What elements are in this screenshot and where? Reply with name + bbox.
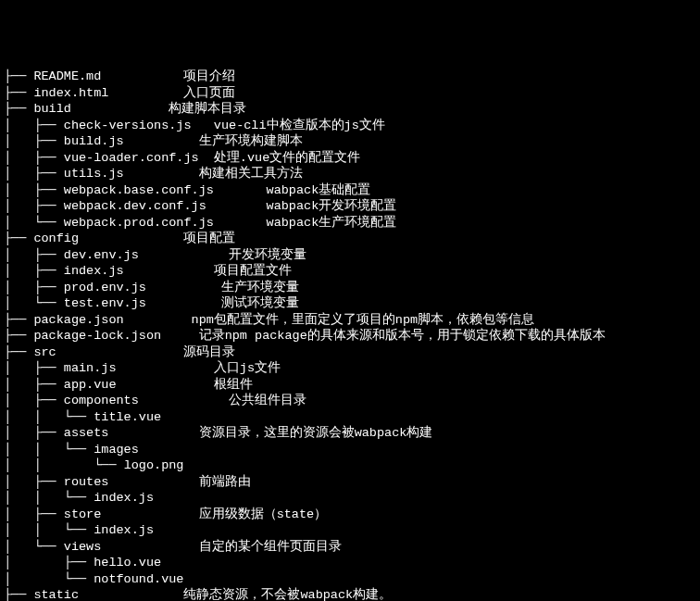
tree-prefix: │ ├── [4, 248, 64, 262]
tree-prefix: │ ├── [4, 199, 64, 213]
tree-filename: src [33, 345, 56, 359]
tree-row: │ ├── index.js 项目配置文件 [4, 263, 696, 280]
tree-prefix: ├── [4, 232, 33, 245]
tree-description: 项目配置文件 [214, 264, 292, 278]
tree-filename: index.js [94, 491, 154, 505]
tree-description: 资源目录，这里的资源会被wabpack构建 [199, 426, 433, 440]
tree-filename: index.js [64, 264, 124, 278]
tree-padding [79, 232, 183, 245]
tree-row: │ └── webpack.prod.conf.js wabpack生产环境配置 [4, 215, 696, 232]
tree-padding [108, 86, 183, 100]
tree-description: 构建脚本目录 [169, 102, 246, 116]
tree-padding [101, 69, 183, 83]
tree-filename: webpack.base.conf.js [64, 183, 214, 197]
tree-row: │ ├── utils.js 构建相关工具方法 [4, 166, 696, 182]
tree-prefix: │ │ └── [4, 410, 94, 424]
tree-padding [117, 361, 214, 375]
tree-padding [139, 394, 229, 407]
tree-padding [71, 102, 169, 116]
tree-padding [124, 167, 199, 181]
tree-row: ├── index.html 入口页面 [4, 85, 696, 102]
tree-prefix: │ ├── [4, 167, 64, 181]
tree-row: │ ├── hello.vue [4, 555, 696, 571]
tree-prefix: │ ├── [4, 475, 64, 489]
tree-filename: test.env.js [64, 296, 146, 310]
tree-row: ├── static 纯静态资源，不会被wabpack构建。 [4, 587, 696, 601]
tree-filename: routes [64, 475, 109, 489]
tree-filename: index.js [94, 523, 154, 537]
tree-row: │ ├── vue-loader.conf.js 处理.vue文件的配置文件 [4, 150, 696, 167]
tree-prefix: │ ├── [4, 507, 64, 521]
tree-filename: store [64, 507, 102, 521]
tree-padding [214, 183, 267, 197]
tree-prefix: │ ├── [4, 183, 64, 197]
tree-padding [192, 119, 214, 132]
tree-prefix: │ │ └── [4, 443, 94, 457]
tree-prefix: │ ├── [4, 394, 64, 407]
tree-padding [101, 507, 198, 521]
tree-prefix: │ ├── [4, 281, 64, 294]
tree-prefix: │ │ └── [4, 458, 124, 472]
tree-description: 入口页面 [183, 86, 235, 100]
tree-row: ├── package.json npm包配置文件，里面定义了项目的npm脚本，… [4, 312, 696, 329]
tree-filename: views [64, 540, 102, 554]
tree-prefix: ├── [4, 69, 33, 83]
tree-filename: utils.js [64, 167, 124, 181]
tree-filename: check-versions.js [64, 119, 192, 132]
tree-padding [108, 475, 198, 489]
tree-padding [146, 296, 221, 310]
tree-description: 入口js文件 [214, 361, 281, 375]
tree-filename: components [64, 394, 139, 407]
tree-row: │ │ └── title.vue [4, 409, 696, 426]
tree-padding [117, 378, 214, 392]
tree-description: 纯静态资源，不会被wabpack构建。 [183, 588, 392, 601]
tree-description: 应用级数据（state） [199, 507, 328, 521]
tree-prefix: │ ├── [4, 151, 64, 165]
tree-prefix: ├── [4, 86, 33, 100]
tree-description: 源码目录 [183, 345, 235, 359]
tree-padding [101, 540, 198, 554]
directory-tree: ├── README.md 项目介绍 ├── index.html 入口页面 ├… [4, 69, 696, 601]
tree-padding [124, 134, 199, 148]
tree-row: │ ├── webpack.dev.conf.js wabpack开发环境配置 [4, 198, 696, 215]
tree-prefix: │ │ └── [4, 491, 94, 505]
tree-padding [124, 313, 192, 327]
tree-prefix: │ ├── [4, 556, 94, 570]
tree-prefix: ├── [4, 313, 33, 327]
tree-description: wabpack生产环境配置 [267, 216, 397, 230]
tree-description: wabpack基础配置 [267, 183, 371, 197]
tree-description: 项目配置 [183, 232, 235, 245]
tree-filename: config [33, 232, 79, 245]
tree-row: │ ├── components 公共组件目录 [4, 393, 696, 409]
tree-row: │ │ └── images [4, 442, 696, 458]
tree-filename: webpack.prod.conf.js [64, 216, 214, 230]
tree-row: │ └── test.env.js 测试环境变量 [4, 295, 696, 312]
tree-filename: title.vue [94, 410, 161, 424]
tree-filename: main.js [64, 361, 117, 375]
tree-description: 生产环境变量 [221, 281, 299, 294]
tree-description: 生产环境构建脚本 [199, 134, 303, 148]
tree-description: 自定的某个组件页面目录 [199, 540, 342, 554]
tree-prefix: │ │ └── [4, 523, 94, 537]
tree-row: ├── package-lock.json 记录npm package的具体来源… [4, 328, 696, 344]
tree-row: │ ├── app.vue 根组件 [4, 377, 696, 394]
tree-filename: app.vue [64, 378, 117, 392]
tree-row: ├── README.md 项目介绍 [4, 69, 696, 85]
tree-description: 处理.vue文件的配置文件 [214, 151, 360, 165]
tree-prefix: │ └── [4, 216, 64, 230]
tree-description: wabpack开发环境配置 [267, 199, 397, 213]
tree-prefix: ├── [4, 102, 33, 116]
tree-description: 记录npm package的具体来源和版本号，用于锁定依赖下载的具体版本 [199, 329, 606, 343]
tree-padding [56, 345, 184, 359]
tree-prefix: ├── [4, 345, 33, 359]
tree-filename: build [33, 102, 71, 116]
tree-prefix: │ └── [4, 296, 64, 310]
tree-padding [108, 426, 198, 440]
tree-padding [161, 329, 199, 343]
tree-prefix: │ ├── [4, 378, 64, 392]
tree-prefix: ├── [4, 329, 33, 343]
tree-row: │ ├── assets 资源目录，这里的资源会被wabpack构建 [4, 425, 696, 442]
tree-row: │ └── views 自定的某个组件页面目录 [4, 539, 696, 556]
tree-description: 测试环境变量 [221, 296, 299, 310]
tree-filename: README.md [33, 69, 101, 83]
